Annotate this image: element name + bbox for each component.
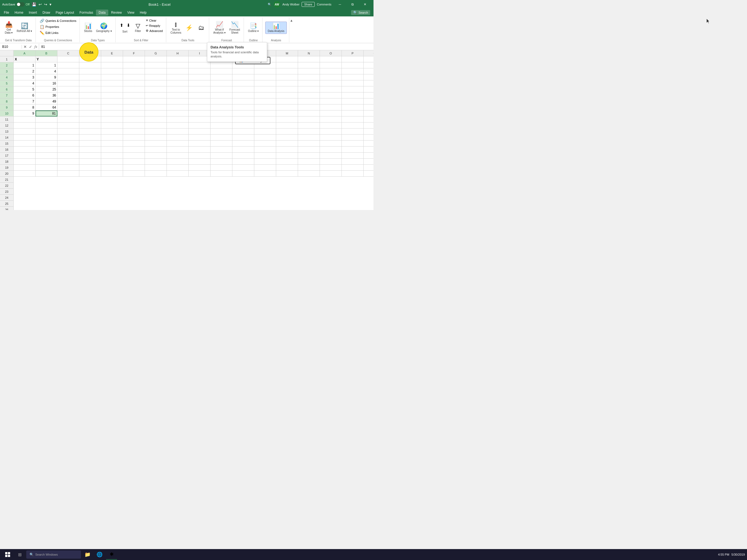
minimize-button[interactable]: ─ xyxy=(334,0,346,9)
cell-f10[interactable] xyxy=(123,110,145,117)
col-header-f[interactable]: F xyxy=(123,50,145,56)
cell-n6[interactable] xyxy=(298,86,320,93)
cell-e8[interactable] xyxy=(101,98,123,104)
cell-o6[interactable] xyxy=(320,86,342,93)
cell-p2[interactable] xyxy=(342,62,364,68)
cell-q9[interactable] xyxy=(364,104,374,110)
row-header-26[interactable]: 26 xyxy=(0,207,14,210)
data-analysis-button[interactable]: 📊 Data Analysis xyxy=(265,22,287,34)
cell-l11[interactable] xyxy=(254,117,276,123)
cell-j8[interactable] xyxy=(210,98,232,104)
ribbon-search[interactable]: 🔍 Search xyxy=(351,10,370,15)
cell-h3[interactable] xyxy=(167,68,189,74)
flash-fill-button[interactable]: ⚡ xyxy=(184,24,195,32)
redo-icon[interactable]: ↪ xyxy=(44,2,47,6)
row-header-6[interactable]: 6 xyxy=(0,86,14,93)
row-header-19[interactable]: 19 xyxy=(0,164,14,171)
edit-links-button[interactable]: ✏️ Edit Links xyxy=(38,30,60,35)
cell-h10[interactable] xyxy=(167,110,189,117)
forecast-sheet-button[interactable]: 📉 ForecastSheet xyxy=(228,21,241,35)
undo-icon[interactable]: ↩ xyxy=(38,2,42,6)
cell-d7[interactable] xyxy=(79,93,101,98)
menu-data[interactable]: Data xyxy=(96,9,108,16)
comments-button[interactable]: Comments xyxy=(317,3,331,6)
cell-g4[interactable] xyxy=(145,74,167,80)
cell-o10[interactable] xyxy=(320,110,342,117)
menu-home[interactable]: Home xyxy=(12,9,26,16)
cell-o1[interactable] xyxy=(320,56,342,62)
stocks-button[interactable]: 📊 Stocks xyxy=(83,22,94,33)
cell-e7[interactable] xyxy=(101,93,123,98)
cell-q2[interactable] xyxy=(364,62,374,68)
cell-j7[interactable] xyxy=(210,93,232,98)
cell-e10[interactable] xyxy=(101,110,123,117)
cell-j9[interactable] xyxy=(210,104,232,110)
cell-l10[interactable] xyxy=(254,110,276,117)
queries-connections-button[interactable]: 🔗 Queries & Connections xyxy=(38,18,77,24)
cell-o9[interactable] xyxy=(320,104,342,110)
cell-f2[interactable] xyxy=(123,62,145,68)
cell-a11[interactable] xyxy=(14,117,35,123)
cell-e1[interactable] xyxy=(101,56,123,62)
cell-h5[interactable] xyxy=(167,80,189,86)
cell-n10[interactable] xyxy=(298,110,320,117)
cell-j5[interactable] xyxy=(210,80,232,86)
cell-i9[interactable] xyxy=(189,104,210,110)
row-header-16[interactable]: 16 xyxy=(0,147,14,153)
cell-l6[interactable] xyxy=(254,86,276,93)
cell-g8[interactable] xyxy=(145,98,167,104)
cell-i2[interactable] xyxy=(189,62,210,68)
row-header-21[interactable]: 21 xyxy=(0,177,14,183)
cell-p5[interactable] xyxy=(342,80,364,86)
cell-m11[interactable] xyxy=(276,117,298,123)
cell-o5[interactable] xyxy=(320,80,342,86)
cell-i8[interactable] xyxy=(189,98,210,104)
cell-o11[interactable] xyxy=(320,117,342,123)
row-header-5[interactable]: 5 xyxy=(0,80,14,86)
col-header-a[interactable]: A xyxy=(14,50,35,56)
outline-button[interactable]: 📑 Outline ▾ xyxy=(247,22,260,33)
cell-h2[interactable] xyxy=(167,62,189,68)
cell-q4[interactable] xyxy=(364,74,374,80)
cell-d6[interactable] xyxy=(79,86,101,93)
menu-file[interactable]: File xyxy=(1,9,12,16)
cell-c10[interactable] xyxy=(57,110,79,117)
cell-p4[interactable] xyxy=(342,74,364,80)
get-data-button[interactable]: 📥 GetData ▾ xyxy=(3,21,14,35)
cell-f1[interactable] xyxy=(123,56,145,62)
cell-i3[interactable] xyxy=(189,68,210,74)
menu-insert[interactable]: Insert xyxy=(26,9,40,16)
cell-e9[interactable] xyxy=(101,104,123,110)
cell-g7[interactable] xyxy=(145,93,167,98)
cell-n8[interactable] xyxy=(298,98,320,104)
cell-j3[interactable] xyxy=(210,68,232,74)
cell-b7[interactable]: 36 xyxy=(35,93,57,98)
what-if-button[interactable]: 📈 What-IfAnalysis ▾ xyxy=(212,21,227,35)
cell-n11[interactable] xyxy=(298,117,320,123)
cell-p9[interactable] xyxy=(342,104,364,110)
row-header-4[interactable]: 4 xyxy=(0,74,14,80)
cell-g2[interactable] xyxy=(145,62,167,68)
row-header-20[interactable]: 20 xyxy=(0,171,14,177)
close-button[interactable]: ✕ xyxy=(359,0,371,9)
col-header-g[interactable]: G xyxy=(145,50,167,56)
cell-p6[interactable] xyxy=(342,86,364,93)
row-header-24[interactable]: 24 xyxy=(0,195,14,201)
cell-a3[interactable]: 2 xyxy=(14,68,35,74)
cell-j2[interactable] xyxy=(210,62,232,68)
cell-p3[interactable] xyxy=(342,68,364,74)
cell-q1[interactable] xyxy=(364,56,374,62)
cell-b1[interactable]: Y xyxy=(35,56,57,62)
cell-a6[interactable]: 5 xyxy=(14,86,35,93)
cell-i6[interactable] xyxy=(189,86,210,93)
row-header-10[interactable]: 10 xyxy=(0,110,14,117)
cell-l5[interactable] xyxy=(254,80,276,86)
row-header-22[interactable]: 22 xyxy=(0,183,14,189)
menu-help[interactable]: Help xyxy=(137,9,149,16)
cell-q3[interactable] xyxy=(364,68,374,74)
cell-n3[interactable] xyxy=(298,68,320,74)
row-header-17[interactable]: 17 xyxy=(0,153,14,159)
cell-c3[interactable] xyxy=(57,68,79,74)
cell-l9[interactable] xyxy=(254,104,276,110)
cell-b4[interactable]: 9 xyxy=(35,74,57,80)
